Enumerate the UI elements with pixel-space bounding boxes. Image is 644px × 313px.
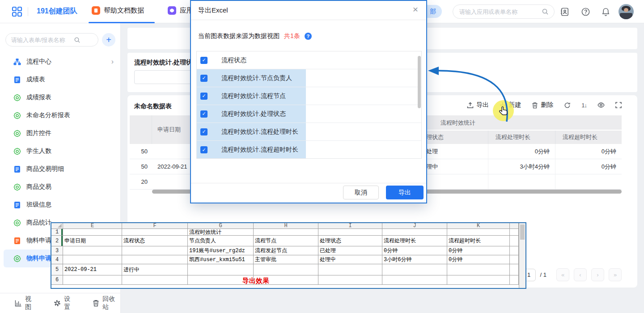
- visibility-button[interactable]: [597, 102, 605, 108]
- excel-col-letter[interactable]: G: [188, 223, 254, 229]
- tab-help-doc-data[interactable]: 帮助文档数据: [92, 6, 144, 15]
- excel-cell[interactable]: [63, 246, 122, 255]
- excel-cell[interactable]: [382, 229, 447, 236]
- excel-cell[interactable]: 处理中: [318, 255, 382, 264]
- excel-col-letter[interactable]: H: [254, 223, 318, 229]
- excel-cell[interactable]: 流程超时时长: [447, 236, 510, 246]
- sort-button[interactable]: 1↓: [581, 102, 587, 109]
- sidebar-item-form[interactable]: 商品交易明细: [0, 160, 121, 178]
- global-search[interactable]: [453, 4, 555, 19]
- excel-cell[interactable]: 流程状态: [122, 236, 188, 246]
- excel-select-all-corner[interactable]: [51, 223, 63, 229]
- cancel-button[interactable]: 取消: [343, 186, 379, 199]
- excel-vertical-scrollbar[interactable]: [519, 223, 525, 288]
- checkbox-checked[interactable]: [200, 110, 208, 118]
- excel-cell[interactable]: 处理状态: [318, 236, 382, 246]
- excel-col-letter[interactable]: E: [63, 223, 122, 229]
- delete-button[interactable]: 删除: [532, 101, 553, 109]
- excel-cell[interactable]: [122, 229, 188, 236]
- form-search[interactable]: [5, 33, 98, 47]
- excel-cell[interactable]: 流程时效统计: [188, 229, 254, 236]
- excel-cell[interactable]: [318, 229, 382, 236]
- app-grid-logo-icon[interactable]: [12, 6, 22, 17]
- refresh-button[interactable]: [564, 102, 571, 109]
- sidebar-item-report[interactable]: 未命名分析报表: [0, 106, 121, 124]
- excel-cell[interactable]: [254, 229, 318, 236]
- excel-cell[interactable]: [318, 275, 382, 285]
- excel-cell[interactable]: 进行中: [122, 264, 188, 275]
- excel-col-letter[interactable]: [510, 223, 519, 229]
- col-header-duration[interactable]: 流程处理时长: [488, 131, 555, 144]
- field-row[interactable]: 流程时效统计.流程节点: [197, 87, 421, 105]
- excel-cell[interactable]: 申请日期: [63, 236, 122, 246]
- field-row[interactable]: 流程时效统计.节点负责人: [197, 69, 421, 87]
- excel-cell[interactable]: [382, 264, 447, 275]
- field-row[interactable]: 流程状态: [197, 51, 421, 69]
- excel-row-number[interactable]: 6: [51, 275, 63, 285]
- sidebar-item-report[interactable]: 图片控件: [0, 124, 121, 142]
- excel-cell[interactable]: 3小时6分钟: [382, 255, 447, 264]
- excel-cell[interactable]: [510, 229, 519, 236]
- help-icon[interactable]: [581, 7, 590, 17]
- sidebar-item-report[interactable]: 成绩报表: [0, 89, 121, 106]
- excel-cell[interactable]: 凯西#user_kxmi5u51: [188, 255, 254, 264]
- excel-cell[interactable]: [510, 255, 519, 264]
- excel-cell[interactable]: 节点负责人: [188, 236, 254, 246]
- form-search-input[interactable]: [11, 37, 74, 43]
- excel-cell[interactable]: 0分钟: [447, 255, 510, 264]
- sidebar-item-report[interactable]: 学生人数: [0, 142, 121, 160]
- checkbox-checked[interactable]: [200, 75, 208, 82]
- excel-cell[interactable]: 2022-09-21: [63, 264, 122, 275]
- excel-cell[interactable]: 流程节点: [254, 236, 318, 246]
- last-page-button[interactable]: »: [609, 268, 622, 281]
- modal-list-scrollbar[interactable]: [418, 56, 421, 108]
- excel-cell[interactable]: [447, 229, 510, 236]
- tab-app[interactable]: 应用: [168, 6, 193, 15]
- excel-row-number[interactable]: 1: [51, 229, 63, 236]
- excel-cell[interactable]: [122, 246, 188, 255]
- excel-cell[interactable]: [122, 255, 188, 264]
- recycle-bin-button[interactable]: 回收站: [93, 295, 120, 311]
- export-confirm-button[interactable]: 导出: [386, 186, 424, 199]
- field-row[interactable]: 流程时效统计.流程处理时长: [197, 123, 421, 141]
- excel-col-letter[interactable]: F: [122, 223, 188, 229]
- excel-col-letter[interactable]: I: [318, 223, 382, 229]
- excel-cell[interactable]: 已处理: [318, 246, 382, 255]
- excel-cell[interactable]: [447, 275, 510, 285]
- checkbox-checked[interactable]: [200, 57, 208, 64]
- excel-cell[interactable]: [447, 264, 510, 275]
- notification-bell-icon[interactable]: [601, 7, 610, 17]
- excel-cell[interactable]: 流程处理时长: [382, 236, 447, 246]
- excel-cell[interactable]: 主管审批: [254, 255, 318, 264]
- excel-cell[interactable]: [510, 264, 519, 275]
- excel-row-number[interactable]: 4: [51, 255, 63, 264]
- add-form-button[interactable]: +: [102, 33, 115, 47]
- sidebar-item-form[interactable]: 成绩表: [0, 71, 121, 89]
- checkbox-checked[interactable]: [200, 128, 208, 135]
- chevron-right-icon[interactable]: ›: [111, 58, 114, 66]
- excel-col-letter[interactable]: J: [382, 223, 447, 229]
- excel-cell[interactable]: [382, 275, 447, 285]
- col-header-overtime[interactable]: 流程超时时长: [555, 131, 622, 144]
- excel-cell[interactable]: [318, 264, 382, 275]
- settings-button[interactable]: 设置: [54, 295, 76, 311]
- team-name[interactable]: 191创建团队: [37, 7, 77, 16]
- excel-row-number[interactable]: 2: [51, 236, 63, 246]
- export-button[interactable]: 导出: [467, 101, 489, 109]
- excel-cell[interactable]: 191账号#user_rg2dz: [188, 246, 254, 255]
- excel-cell[interactable]: 流程发起节点: [254, 246, 318, 255]
- contacts-icon[interactable]: [560, 7, 569, 17]
- excel-cell[interactable]: [63, 255, 122, 264]
- field-row[interactable]: 流程时效统计.流程超时时长: [197, 141, 421, 159]
- sidebar-item-process-center[interactable]: 流程中心 ›: [0, 53, 121, 71]
- excel-cell[interactable]: [510, 236, 519, 246]
- excel-cell[interactable]: [188, 264, 254, 275]
- checkbox-checked[interactable]: [200, 146, 208, 153]
- sidebar-item-form[interactable]: 班级信息: [0, 196, 121, 214]
- excel-row-number[interactable]: 3: [51, 246, 63, 255]
- excel-cell[interactable]: [122, 275, 188, 285]
- excel-col-letter[interactable]: K: [447, 223, 510, 229]
- excel-cell[interactable]: 0分钟: [382, 246, 447, 255]
- global-search-input[interactable]: [459, 8, 542, 15]
- excel-cell[interactable]: [510, 246, 519, 255]
